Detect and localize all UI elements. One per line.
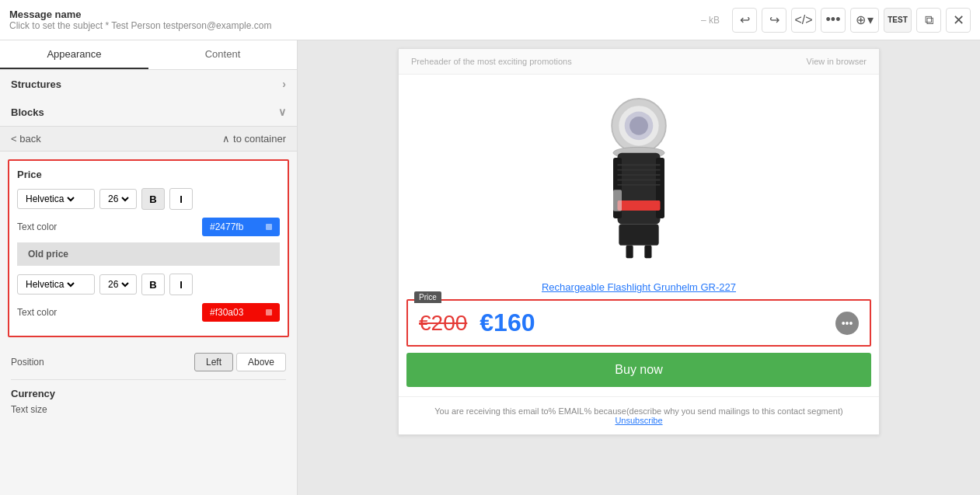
email-footer: You are receiving this email to% EMAIL% …: [399, 396, 879, 434]
old-price-color-button[interactable]: #f30a03: [202, 303, 280, 322]
old-price-font-select[interactable]: Helvetica Arial Georgia: [17, 274, 95, 295]
currency-row: Text size: [11, 404, 286, 415]
buy-now-button[interactable]: Buy now: [406, 353, 871, 387]
blocks-label: Blocks: [11, 106, 44, 118]
price-font-dropdown[interactable]: Helvetica Arial Georgia: [23, 193, 77, 205]
toolbar-actions: ↩ ↪ </> ••• ⊕ ▾ TEST ⧉ ✕: [732, 8, 971, 33]
product-title-area: Rechargeable Flashlight Grunhelm GR-227: [399, 277, 879, 299]
old-price-size-dropdown[interactable]: 26 20 28 32: [105, 278, 131, 291]
position-left-button[interactable]: Left: [194, 353, 233, 371]
buy-now-row: Buy now: [399, 353, 879, 396]
tab-appearance[interactable]: Appearance: [0, 40, 148, 69]
old-price-color-hex: #f30a03: [210, 307, 243, 318]
old-price-color-label: Text color: [17, 307, 57, 318]
svg-rect-8: [618, 200, 661, 211]
recipient-info: * Test Person testperson@example.com: [105, 20, 271, 31]
footer-text: You are receiving this email to% EMAIL% …: [414, 406, 863, 416]
price-content-row[interactable]: €200 €160 •••: [406, 299, 871, 347]
more-options-button[interactable]: •••: [821, 8, 846, 33]
message-name: Message name: [9, 9, 695, 20]
old-price-italic-button[interactable]: I: [169, 274, 193, 295]
price-italic-button[interactable]: I: [169, 188, 193, 210]
code-button[interactable]: </>: [791, 8, 816, 33]
price-block: Price €200 €160 •••: [406, 299, 871, 347]
price-font-select[interactable]: Helvetica Arial Georgia: [17, 189, 95, 209]
price-color-dot: [266, 224, 272, 230]
chevron-down-icon: ▾: [867, 12, 874, 27]
blocks-section-header[interactable]: Blocks ∨: [0, 98, 297, 126]
old-price-color-row: Text color #f30a03: [17, 303, 280, 322]
to-container-button[interactable]: ∧ to container: [222, 133, 286, 145]
redo-button[interactable]: ↪: [762, 8, 786, 33]
test-button[interactable]: TEST: [884, 8, 912, 33]
svg-rect-11: [626, 246, 633, 259]
panel-content: Price Helvetica Arial Georgia 26 20: [0, 152, 297, 495]
close-button[interactable]: ✕: [946, 8, 971, 33]
price-color-button[interactable]: #2477fb: [202, 218, 280, 236]
right-panel: Preheader of the most exciting promotion…: [298, 40, 980, 495]
price-size-dropdown[interactable]: 26 20 28 32: [105, 193, 131, 205]
product-image: [577, 90, 701, 261]
left-panel: Appearance Content Structures › Blocks ∨…: [0, 40, 298, 495]
top-bar: Message name Click to set the subject * …: [0, 0, 980, 40]
price-color-hex: #2477fb: [210, 221, 243, 232]
old-price-size-select[interactable]: 26 20 28 32: [99, 274, 137, 295]
price-section-title: Price: [17, 169, 280, 180]
position-above-button[interactable]: Above: [236, 353, 286, 371]
price-size-select[interactable]: 26 20 28 32: [99, 189, 137, 209]
structures-section-header[interactable]: Structures ›: [0, 70, 297, 98]
click-to-set[interactable]: Click to set the subject: [9, 20, 103, 31]
currency-text-size-label: Text size: [11, 404, 47, 415]
currency-title: Currency: [11, 388, 286, 399]
new-price-display: €160: [480, 309, 535, 337]
svg-rect-10: [619, 224, 658, 246]
price-color-label: Text color: [17, 221, 57, 232]
price-color-row: Text color #2477fb: [17, 218, 280, 236]
old-price-font-row: Helvetica Arial Georgia 26 20 28 32: [17, 274, 280, 295]
view-in-browser-link[interactable]: View in browser: [807, 57, 867, 66]
svg-rect-9: [613, 190, 622, 211]
svg-rect-12: [644, 246, 651, 259]
price-section-box: Price Helvetica Arial Georgia 26 20: [8, 159, 289, 337]
email-preview: Preheader of the most exciting promotion…: [398, 48, 880, 435]
price-values: €200 €160: [419, 309, 535, 337]
svg-point-3: [630, 117, 648, 135]
undo-button[interactable]: ↩: [732, 8, 757, 33]
product-title-link[interactable]: Rechargeable Flashlight Grunhelm GR-227: [542, 281, 736, 293]
copy-button[interactable]: ⧉: [916, 8, 941, 33]
language-button[interactable]: ⊕ ▾: [850, 8, 879, 33]
preheader-text: Preheader of the most exciting promotion…: [411, 57, 572, 66]
tab-content[interactable]: Content: [148, 40, 297, 69]
message-size: – kB: [701, 15, 720, 26]
old-price-title: Old price: [28, 249, 68, 260]
old-price-color-dot: [266, 309, 272, 315]
message-subtitle: Click to set the subject * Test Person t…: [9, 20, 695, 31]
price-more-button[interactable]: •••: [835, 312, 859, 335]
position-label: Position: [11, 357, 44, 368]
position-section: Position Left Above: [0, 345, 297, 379]
blocks-arrow-icon: ∨: [278, 106, 286, 118]
product-image-area: [399, 75, 879, 277]
unsubscribe-link[interactable]: Unsubscribe: [615, 416, 662, 425]
old-price-display: €200: [419, 311, 467, 336]
message-info: Message name Click to set the subject * …: [9, 9, 695, 31]
globe-icon: ⊕: [856, 12, 866, 27]
svg-rect-5: [618, 153, 661, 225]
old-price-separator: Old price: [17, 242, 280, 266]
price-font-row: Helvetica Arial Georgia 26 20 28 32: [17, 188, 280, 210]
panel-tabs: Appearance Content: [0, 40, 297, 70]
old-price-font-dropdown[interactable]: Helvetica Arial Georgia: [23, 278, 77, 291]
email-preheader: Preheader of the most exciting promotion…: [399, 49, 879, 75]
old-price-bold-button[interactable]: B: [141, 274, 165, 295]
main-layout: Appearance Content Structures › Blocks ∨…: [0, 40, 980, 495]
structures-arrow-icon: ›: [282, 78, 286, 90]
price-bold-button[interactable]: B: [141, 188, 165, 210]
position-buttons: Left Above: [194, 353, 286, 371]
currency-section: Currency Text size: [0, 380, 297, 423]
back-button[interactable]: < back: [11, 133, 41, 145]
navigation-row: < back ∧ to container: [0, 126, 297, 152]
position-row: Position Left Above: [11, 353, 286, 371]
price-label-tag: Price: [414, 291, 441, 303]
structures-label: Structures: [11, 78, 61, 90]
